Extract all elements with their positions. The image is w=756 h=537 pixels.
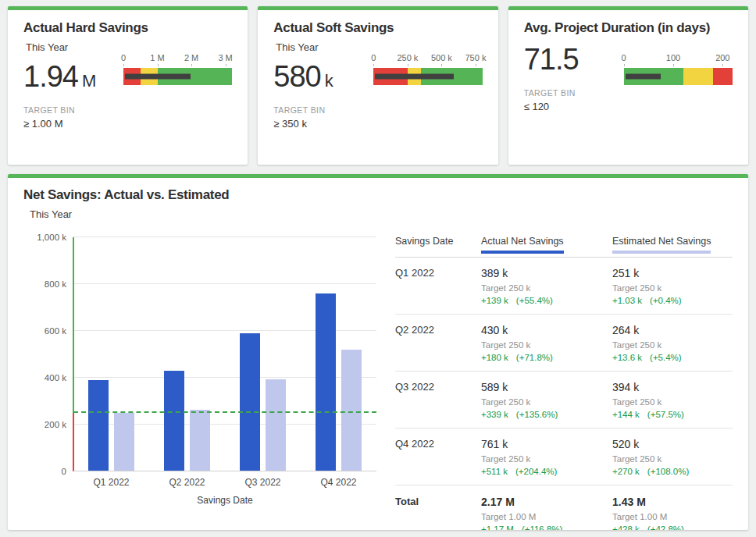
bar-group-q1-2022 [73, 237, 149, 471]
dashboard: Actual Hard Savings This Year 1.94 M TAR… [0, 0, 756, 537]
variance-percent: (+116.8%) [522, 525, 563, 530]
kpi-value: 1.94 M [23, 60, 116, 94]
table-row-total[interactable]: Total2.17 MTarget 1.00 M+1.17 M(+116.8%)… [395, 485, 733, 530]
bar-group-q2-2022 [149, 237, 225, 471]
net-savings-card: Net Savings: Actual vs. Estimated This Y… [8, 174, 748, 530]
variance-absolute: +139 k [481, 296, 508, 305]
bar-actual-q1-2022[interactable] [88, 380, 109, 471]
bullet-track [123, 68, 232, 85]
bullet-tick-label: 2 M [184, 53, 198, 62]
bar-groups [73, 237, 376, 471]
kpi-title: Actual Hard Savings [23, 20, 232, 36]
cell-value: 389 k [481, 267, 601, 279]
bullet-tick-mark [191, 64, 192, 66]
cell-actual: 2.17 MTarget 1.00 M+1.17 M(+116.8%) [481, 496, 601, 530]
kpi-value-unit: k [325, 71, 333, 91]
cell-variance: +139 k(+55.4%) [481, 296, 601, 305]
table-row-q2-2022[interactable]: Q2 2022430 kTarget 250 k+180 k(+71.8%)26… [395, 315, 733, 372]
cell-target: Target 250 k [612, 454, 733, 464]
cell-variance: +13.6 k(+5.4%) [612, 353, 733, 362]
target-line [73, 411, 376, 413]
bar-estimated-q1-2022[interactable] [114, 413, 134, 471]
cell-target: Target 1.00 M [612, 512, 733, 521]
cell-actual: 389 kTarget 250 k+139 k(+55.4%) [481, 267, 601, 305]
bullet-value-bar [626, 74, 661, 80]
cell-target: Target 1.00 M [481, 512, 601, 521]
variance-absolute: +428 k [612, 525, 640, 530]
cell-value: 2.17 M [481, 496, 601, 508]
bar-group-q3-2022 [225, 237, 301, 471]
cell-value: 264 k [612, 324, 733, 336]
table-row-q3-2022[interactable]: Q3 2022589 kTarget 250 k+339 k(+135.6%)3… [395, 372, 733, 429]
cell-estimated: 264 kTarget 250 k+13.6 k(+5.4%) [612, 324, 733, 362]
kpi-card-actual-hard-savings: Actual Hard Savings This Year 1.94 M TAR… [8, 6, 248, 165]
bar-chart: 0200 k400 k600 k800 k1,000 k Q1 2022Q2 2… [23, 226, 376, 530]
row-label: Q2 2022 [395, 324, 470, 362]
table-row-q4-2022[interactable]: Q4 2022761 kTarget 250 k+511 k(+204.4%)5… [395, 429, 733, 485]
bar-actual-q2-2022[interactable] [164, 371, 184, 471]
col-header-actual: Actual Net Savings [481, 236, 564, 254]
cell-actual: 761 kTarget 250 k+511 k(+204.4%) [481, 438, 601, 476]
bullet-tick-label: 3 M [218, 53, 232, 62]
bullet-axis: 01 M2 M3 M [123, 53, 232, 66]
variance-absolute: +339 k [481, 410, 508, 419]
cell-estimated: 520 kTarget 250 k+270 k(+108.0%) [612, 438, 733, 476]
cell-target: Target 250 k [612, 340, 733, 350]
variance-percent: (+55.4%) [516, 296, 553, 305]
bullet-axis: 0250 k500 k750 k [373, 53, 482, 66]
variance-absolute: +1.17 M [481, 525, 514, 530]
cell-value: 761 k [481, 438, 601, 450]
bullet-tick-mark [476, 64, 476, 66]
cell-variance: +270 k(+108.0%) [612, 467, 733, 476]
variance-absolute: +144 k [612, 410, 640, 419]
cell-target: Target 250 k [612, 397, 733, 407]
bullet-track [624, 68, 733, 85]
bullet-tick-label: 0 [121, 53, 126, 62]
cell-variance: +1.17 M(+116.8%) [481, 525, 601, 530]
variance-absolute: +511 k [481, 467, 508, 476]
x-tick-label: Q3 2022 [225, 477, 301, 488]
x-axis-line [73, 471, 376, 471]
variance-absolute: +13.6 k [612, 353, 642, 362]
target-bin-value: ≤ 120 [524, 101, 616, 112]
bar-estimated-q2-2022[interactable] [190, 410, 210, 471]
bar-actual-q4-2022[interactable] [316, 293, 336, 471]
table-row-q1-2022[interactable]: Q1 2022389 kTarget 250 k+139 k(+55.4%)25… [395, 258, 733, 315]
bullet-tick-mark [226, 64, 226, 66]
kpi-card-actual-soft-savings: Actual Soft Savings This Year 580 k TARG… [258, 6, 497, 165]
bar-estimated-q3-2022[interactable] [266, 379, 286, 471]
x-tick-label: Q4 2022 [301, 477, 376, 488]
y-tick-label: 400 k [45, 373, 73, 382]
cell-target: Target 250 k [612, 283, 733, 293]
y-tick-label: 200 k [45, 420, 73, 429]
bar-estimated-q4-2022[interactable] [341, 350, 362, 471]
x-tick-label: Q1 2022 [73, 477, 149, 488]
x-axis-labels: Q1 2022Q2 2022Q3 2022Q4 2022 [73, 477, 376, 488]
bullet-tick-mark [624, 64, 625, 66]
bullet-band-bad [713, 68, 733, 85]
kpi-value: 580 k [273, 60, 366, 94]
bullet-tick-label: 750 k [465, 53, 486, 62]
cell-value: 589 k [481, 381, 601, 393]
kpi-value-unit: M [82, 71, 96, 91]
kpi-value-number: 71.5 [524, 43, 579, 76]
bullet-tick-label: 500 k [431, 53, 452, 62]
cell-value: 251 k [612, 267, 733, 279]
cell-target: Target 250 k [481, 340, 601, 350]
bullet-tick-mark [158, 64, 159, 66]
table-header-row: Savings Date Actual Net Savings Estimate… [395, 236, 733, 258]
kpi-card-avg-project-duration: Avg. Project Duration (in days) 71.5 TAR… [508, 6, 748, 165]
variance-percent: (+135.6%) [516, 410, 558, 419]
col-header-savings-date: Savings Date [395, 236, 470, 254]
row-label: Q1 2022 [395, 267, 470, 305]
plot-area: 0200 k400 k600 k800 k1,000 k [73, 237, 376, 471]
y-tick-label: 0 [62, 467, 73, 476]
kpi-title: Avg. Project Duration (in days) [524, 20, 733, 36]
kpi-value-number: 580 [273, 60, 320, 94]
row-label: Q4 2022 [395, 438, 470, 476]
cell-estimated: 394 kTarget 250 k+144 k(+57.5%) [612, 381, 733, 419]
bullet-chart-soft-savings: 0250 k500 k750 k [366, 53, 482, 130]
bar-actual-q3-2022[interactable] [240, 333, 260, 471]
bullet-tick-mark [408, 64, 408, 66]
kpi-title: Actual Soft Savings [273, 20, 482, 36]
